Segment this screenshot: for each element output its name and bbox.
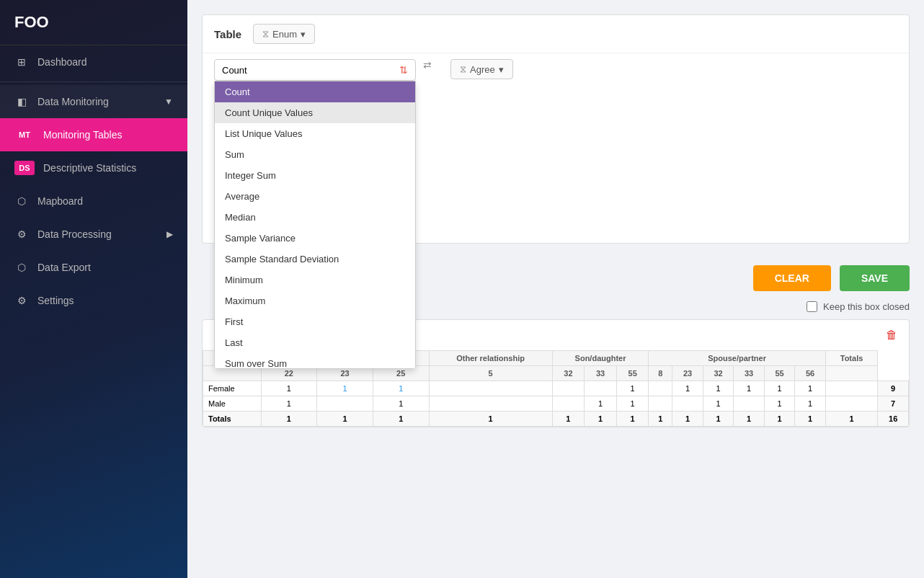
keep-closed-label: Keep this box closed — [823, 301, 910, 312]
clear-button[interactable]: CLEAR — [753, 265, 831, 291]
dropdown-item[interactable]: Sum over Sum — [215, 353, 415, 369]
ages-cell: 1 — [795, 412, 825, 427]
sidebar-item-label: Data Export — [37, 262, 91, 273]
sidebar-item-label: Descriptive Statistics — [43, 162, 136, 174]
sidebar: FOO ⊞ Dashboard ◧ Data Monitoring ▼ MT M… — [0, 0, 187, 578]
ages-cell: 1 — [317, 412, 373, 427]
save-button[interactable]: SAVE — [840, 265, 910, 291]
chevron-icon: ▼ — [164, 97, 173, 107]
dropdown-item[interactable]: Sample Variance — [215, 228, 415, 249]
ages-cell — [734, 396, 764, 412]
ages-cell: 1 — [429, 412, 552, 427]
dropdown-item[interactable]: Count Unique Values — [215, 102, 415, 123]
ages-col-header: 33 — [734, 366, 764, 381]
ages-row-total: 9 — [878, 381, 909, 396]
ages-row-label: Female — [203, 381, 262, 396]
ages-cell: 1 — [764, 412, 794, 427]
ages-totals-col-header — [825, 366, 878, 381]
content-area: Table ⧖ Enum ▾ Count ⇅ CountCount Unique… — [187, 0, 924, 578]
ages-cell: 1 — [672, 381, 703, 396]
sidebar-item-descriptive-statistics[interactable]: DS Descriptive Statistics — [0, 151, 187, 184]
selected-value: Count — [222, 65, 247, 76]
ages-cell: 1 — [649, 412, 672, 427]
ages-cell: 1 — [703, 381, 733, 396]
ages-cell — [429, 396, 552, 412]
ages-cell: 1 — [734, 381, 764, 396]
dropdown-item[interactable]: Sum — [215, 144, 415, 165]
sidebar-item-settings[interactable]: ⚙ Settings — [0, 284, 187, 317]
keep-closed-checkbox[interactable] — [807, 301, 817, 312]
ages-cell: 1 — [261, 396, 317, 412]
sidebar-item-data-monitoring[interactable]: ◧ Data Monitoring ▼ — [0, 85, 187, 118]
ages-cell: 1 — [616, 412, 649, 427]
chevron-icon: ▶ — [166, 229, 173, 239]
sidebar-item-label: Data Processing — [37, 228, 112, 240]
card-header: Table ⧖ Enum ▾ — [203, 15, 909, 53]
table-card: Table ⧖ Enum ▾ Count ⇅ CountCount Unique… — [202, 14, 910, 244]
sidebar-item-monitoring-tables[interactable]: MT Monitoring Tables — [0, 118, 187, 151]
main-content: Table ⧖ Enum ▾ Count ⇅ CountCount Unique… — [187, 0, 924, 578]
dropdown-item[interactable]: Last — [215, 332, 415, 353]
dropdown-selected[interactable]: Count ⇅ — [214, 59, 416, 81]
dropdown-item[interactable]: List Unique Values — [215, 123, 415, 144]
settings-icon: ⚙ — [14, 293, 29, 308]
dropdown-item[interactable]: Maximum — [215, 290, 415, 311]
ages-cell — [825, 381, 878, 396]
card-title: Table — [214, 28, 241, 40]
sidebar-item-label: Monitoring Tables — [43, 129, 122, 141]
ages-cell: 1 — [373, 412, 429, 427]
trash-icon[interactable]: 🗑 — [886, 329, 897, 342]
ds-badge: DS — [14, 161, 35, 175]
ages-cell: 1 — [261, 412, 317, 427]
sidebar-item-data-export[interactable]: ⬡ Data Export — [0, 251, 187, 284]
ages-col-header: 55 — [616, 366, 649, 381]
sidebar-item-label: Data Monitoring — [37, 96, 109, 107]
agree-filter-label: Agree — [470, 64, 495, 75]
ages-row: Male11111117 — [203, 396, 909, 412]
dropdown-arrows: ⇅ — [399, 64, 408, 76]
dropdown-item[interactable]: Sample Standard Deviation — [215, 249, 415, 270]
enum-filter-button[interactable]: ⧖ Enum ▾ — [253, 24, 315, 44]
agree-filter-button[interactable]: ⧖ Agree ▾ — [450, 59, 513, 79]
ages-cell — [552, 396, 585, 412]
ages-cell: 1 — [585, 396, 617, 412]
ages-cell: 1 — [317, 381, 373, 396]
ages-row-label: Totals — [203, 412, 262, 427]
dropdown-list[interactable]: CountCount Unique ValuesList Unique Valu… — [214, 81, 416, 369]
ages-col-header: 5 — [429, 366, 552, 381]
ages-group-header: Spouse/partner — [649, 351, 825, 366]
metric-dropdown[interactable]: Count ⇅ CountCount Unique ValuesList Uni… — [214, 59, 416, 81]
ages-cell: 1 — [764, 396, 794, 412]
sidebar-item-mapboard[interactable]: ⬡ Mapboard — [0, 184, 187, 218]
app-logo: FOO — [0, 0, 187, 45]
swap-icon[interactable]: ⇄ — [423, 59, 432, 71]
ages-totals-header: Totals — [825, 351, 878, 366]
ages-col-header: 8 — [649, 366, 672, 381]
ages-cell — [649, 396, 672, 412]
ages-cell: 1 — [734, 412, 764, 427]
mt-badge: MT — [14, 128, 35, 142]
dropdown-item[interactable]: Integer Sum — [215, 165, 415, 186]
dropdown-item[interactable]: Median — [215, 207, 415, 228]
ages-col-header: 23 — [672, 366, 703, 381]
dropdown-item[interactable]: Count — [215, 81, 415, 102]
sidebar-item-label: Mapboard — [37, 195, 83, 207]
sidebar-item-data-processing[interactable]: ⚙ Data Processing ▶ — [0, 218, 187, 251]
ages-cell — [429, 381, 552, 396]
ages-cell: 1 — [616, 381, 649, 396]
sidebar-item-dashboard[interactable]: ⊞ Dashboard — [0, 45, 187, 79]
ages-cell — [649, 381, 672, 396]
ages-col-header: 55 — [764, 366, 794, 381]
dashboard-icon: ⊞ — [14, 55, 29, 69]
dropdown-item[interactable]: First — [215, 311, 415, 332]
ages-col-header: 32 — [552, 366, 585, 381]
enum-dropdown-arrow: ▾ — [301, 29, 306, 40]
dropdown-item[interactable]: Minimum — [215, 270, 415, 290]
ages-cell: 1 — [373, 381, 429, 396]
ages-cell: 1 — [703, 396, 733, 412]
ages-cell: 1 — [616, 396, 649, 412]
ages-cell: 1 — [795, 381, 825, 396]
ages-cell: 1 — [261, 381, 317, 396]
dropdown-item[interactable]: Average — [215, 186, 415, 207]
funnel-icon: ⧖ — [460, 63, 466, 75]
